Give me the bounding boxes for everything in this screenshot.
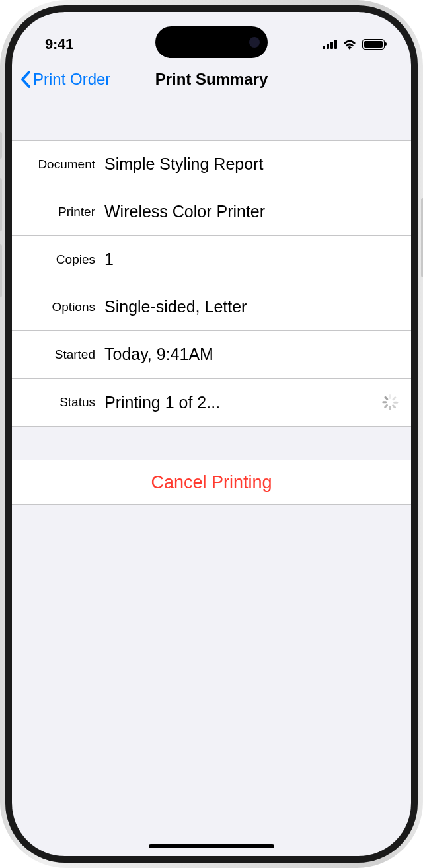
row-label: Document — [12, 157, 104, 172]
side-button — [0, 132, 2, 159]
spacer — [12, 427, 411, 460]
row-options: Options Single-sided, Letter — [12, 283, 411, 331]
device-outer-shell: 9:41 — [0, 0, 423, 868]
row-label: Options — [12, 300, 104, 314]
cellular-signal-icon — [323, 40, 337, 49]
row-copies: Copies 1 — [12, 236, 411, 283]
row-value: 1 — [104, 250, 398, 269]
back-label: Print Order — [33, 70, 110, 89]
row-value: Today, 9:41AM — [104, 345, 398, 364]
page-title: Print Summary — [155, 70, 268, 89]
row-label: Copies — [12, 252, 104, 267]
back-button[interactable]: Print Order — [20, 70, 110, 89]
screen: 9:41 — [12, 12, 411, 856]
volume-down-button — [0, 244, 2, 297]
chevron-left-icon — [20, 70, 32, 89]
status-icons — [323, 39, 385, 50]
cancel-printing-button[interactable]: Cancel Printing — [12, 460, 411, 504]
row-label: Started — [12, 347, 104, 362]
wifi-icon — [342, 39, 357, 50]
dynamic-island — [155, 26, 268, 58]
row-value: Printing 1 of 2... — [104, 393, 375, 412]
row-status: Status Printing 1 of 2... — [12, 379, 411, 426]
row-document: Document Simple Styling Report — [12, 141, 411, 188]
row-label: Status — [12, 395, 104, 410]
row-printer: Printer Wireless Color Printer — [12, 188, 411, 236]
summary-group: Document Simple Styling Report Printer W… — [12, 140, 411, 427]
device-frame: 9:41 — [5, 5, 418, 863]
navigation-bar: Print Order Print Summary — [12, 58, 411, 100]
row-value: Simple Styling Report — [104, 155, 398, 174]
row-started: Started Today, 9:41AM — [12, 331, 411, 379]
battery-icon — [362, 39, 385, 50]
content: Document Simple Styling Report Printer W… — [12, 140, 411, 505]
row-label: Printer — [12, 205, 104, 219]
cancel-group: Cancel Printing — [12, 460, 411, 505]
loading-spinner-icon — [375, 394, 398, 410]
home-indicator[interactable] — [149, 844, 274, 848]
volume-up-button — [0, 178, 2, 231]
row-value: Wireless Color Printer — [104, 202, 398, 221]
row-value: Single-sided, Letter — [104, 297, 398, 316]
status-time: 9:41 — [45, 36, 73, 53]
